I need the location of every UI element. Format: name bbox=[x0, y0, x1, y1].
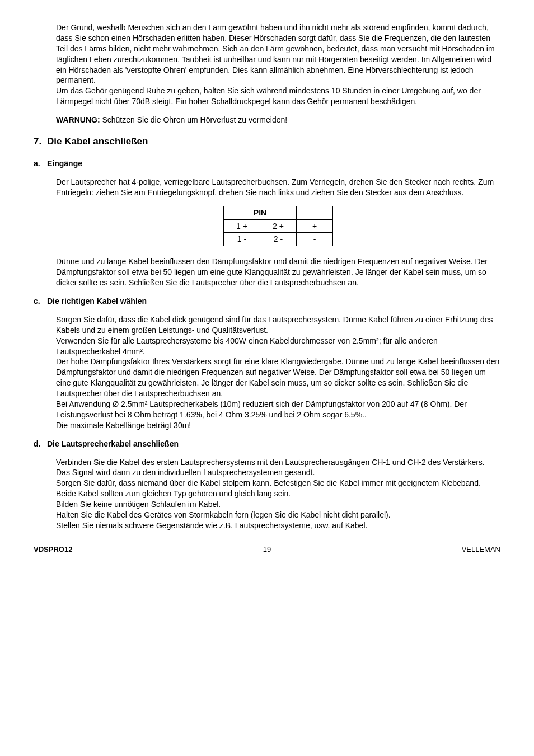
subsection-a-para-1: Der Lautsprecher hat 4-polige, verriegel… bbox=[56, 177, 500, 198]
subsection-d-para-1: Verbinden Sie die Kabel des ersten Lauts… bbox=[56, 458, 485, 477]
warning-line: WARNUNG: Schützen Sie die Ohren um Hörve… bbox=[56, 115, 500, 125]
subsection-d-para-5: Halten Sie die Kabel des Gerätes von Sto… bbox=[56, 510, 391, 519]
pin-cell: + bbox=[297, 219, 333, 233]
pin-table-header-empty bbox=[297, 206, 333, 219]
subsection-letter: a. bbox=[34, 158, 47, 169]
warning-label: WARNUNG: bbox=[56, 115, 100, 124]
subsection-d-para-3: Beide Kabel sollten zum gleichen Typ geh… bbox=[56, 489, 291, 498]
subsection-c-heading: c. Die richtigen Kabel wählen bbox=[34, 296, 500, 307]
subsection-c-para-2: Verwenden Sie für alle Lautsprechersyste… bbox=[56, 336, 438, 356]
subsection-c-block: Sorgen Sie dafür, dass die Kabel dick ge… bbox=[56, 314, 500, 431]
subsection-letter: d. bbox=[34, 439, 47, 449]
page-footer: VDSPRO12 19 VELLEMAN bbox=[34, 544, 500, 555]
subsection-d-heading: d. Die Lautsprecherkabel anschließen bbox=[34, 439, 500, 449]
intro-para-1: Der Grund, weshalb Menschen sich an den … bbox=[56, 23, 495, 84]
pin-table: PIN 1 + 2 + + 1 - 2 - - bbox=[223, 206, 333, 247]
subsection-c-para-4: Bei Anwendung Ø 2.5mm² Lautsprecherkabel… bbox=[56, 400, 467, 419]
warning-text: Schützen Sie die Ohren um Hörverlust zu … bbox=[100, 115, 288, 124]
subsection-title: Die Lautsprecherkabel anschließen bbox=[47, 439, 179, 449]
subsection-c-para-5: Die maximale Kabellänge beträgt 30m! bbox=[56, 421, 191, 430]
pin-cell: 1 + bbox=[224, 219, 260, 233]
intro-block: Der Grund, weshalb Menschen sich an den … bbox=[56, 22, 500, 107]
subsection-d-para-2: Sorgen Sie dafür, dass niemand über die … bbox=[56, 478, 481, 487]
footer-left: VDSPRO12 bbox=[34, 544, 72, 555]
footer-page-number: 19 bbox=[263, 544, 271, 555]
subsection-d-para-6: Stellen Sie niemals schwere Gegenstände … bbox=[56, 521, 367, 530]
subsection-title: Eingänge bbox=[47, 158, 82, 169]
pin-table-wrap: PIN 1 + 2 + + 1 - 2 - - bbox=[56, 206, 500, 247]
subsection-c-para-3: Der hohe Dämpfungsfaktor Ihres Verstärke… bbox=[56, 357, 499, 398]
section-title: Die Kabel anschließen bbox=[47, 135, 148, 148]
subsection-d-block: Verbinden Sie die Kabel des ersten Lauts… bbox=[56, 457, 500, 531]
intro-para-2: Um das Gehör genügend Ruhe zu geben, hal… bbox=[56, 86, 481, 106]
pin-cell: - bbox=[297, 233, 333, 246]
subsection-title: Die richtigen Kabel wählen bbox=[47, 296, 147, 307]
pin-cell: 2 + bbox=[260, 219, 297, 233]
subsection-letter: c. bbox=[34, 296, 47, 307]
section-number: 7. bbox=[34, 135, 47, 148]
pin-cell: 2 - bbox=[260, 233, 297, 246]
subsection-d-para-4: Bilden Sie keine unnötigen Schlaufen im … bbox=[56, 500, 221, 509]
pin-cell: 1 - bbox=[224, 233, 260, 246]
subsection-c-para-1: Sorgen Sie dafür, dass die Kabel dick ge… bbox=[56, 315, 493, 335]
pin-table-header: PIN bbox=[224, 206, 297, 219]
section-7-heading: 7. Die Kabel anschließen bbox=[34, 135, 500, 148]
footer-right: VELLEMAN bbox=[462, 544, 500, 555]
subsection-a-heading: a. Eingänge bbox=[34, 158, 500, 169]
subsection-a-para-2: Dünne und zu lange Kabel beeinflussen de… bbox=[56, 256, 500, 288]
